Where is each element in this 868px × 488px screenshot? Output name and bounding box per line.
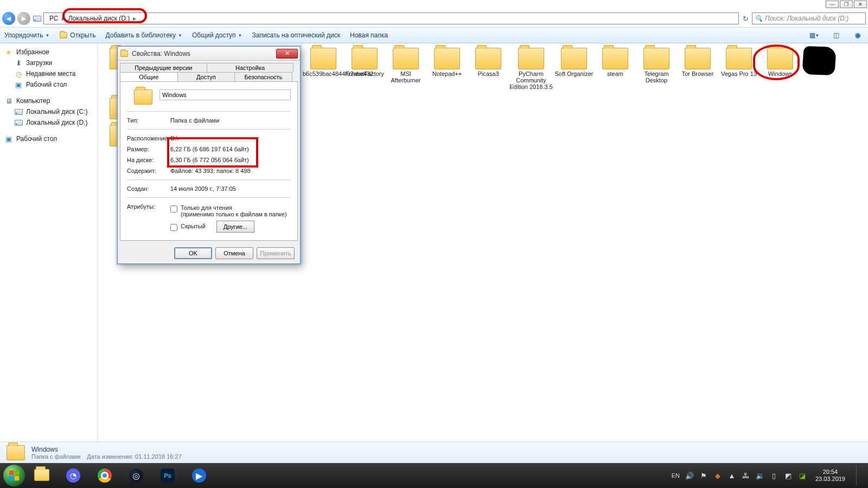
- prop-location: Расположение:D:\: [127, 133, 291, 144]
- tray-flag-icon[interactable]: ⚑: [699, 471, 708, 480]
- other-attributes-button[interactable]: Другие...: [216, 221, 254, 233]
- explorer-icon: [34, 469, 49, 481]
- folder-item[interactable]: steam: [595, 48, 636, 77]
- breadcrumb-root[interactable]: PC: [46, 15, 62, 22]
- svg-rect-2: [9, 476, 14, 480]
- toolbar-add-library[interactable]: Добавить в библиотеку▼: [105, 31, 182, 39]
- folder-windows[interactable]: Windows: [760, 48, 801, 77]
- tab-access[interactable]: Доступ: [177, 72, 235, 81]
- nav-forward-button[interactable]: ►: [17, 12, 30, 25]
- tab-general-body: Тип:Папка с файлами Расположение:D:\ Раз…: [120, 81, 298, 241]
- folder-icon: [120, 49, 129, 58]
- tab-security[interactable]: Безопасность: [234, 72, 292, 81]
- tree-drive-d[interactable]: Локальный диск (D:): [0, 117, 97, 128]
- window-close-button[interactable]: ✕: [854, 1, 867, 8]
- taskbar-photoshop[interactable]: Ps: [153, 465, 182, 486]
- refresh-icon[interactable]: ↻: [741, 14, 750, 23]
- minimize-button[interactable]: —: [826, 1, 839, 8]
- folder-item[interactable]: Telegram Desktop: [636, 48, 677, 84]
- folder-icon: [643, 48, 669, 69]
- tray-lang[interactable]: EN: [672, 472, 680, 479]
- start-button[interactable]: [3, 465, 25, 486]
- tray-chevron-up-icon[interactable]: ▲: [727, 471, 736, 480]
- search-input[interactable]: 🔍 Поиск: Локальный диск (D:): [752, 12, 866, 24]
- cancel-button[interactable]: Отмена: [215, 247, 253, 259]
- apply-button[interactable]: Применить: [257, 247, 295, 259]
- tray-app-icon[interactable]: ◩: [784, 471, 793, 480]
- folder-icon: [685, 48, 711, 69]
- toolbar-organize[interactable]: Упорядочить▼: [4, 31, 49, 39]
- folder-item[interactable]: Vegas Pro 13: [718, 48, 760, 77]
- explorer-window: — ❐ ✕ ◄ ► PC ▸ Локальный диск (D:) ▸ ↻ 🔍…: [0, 0, 868, 488]
- folder-item[interactable]: Notepad++: [426, 48, 468, 77]
- folder-item[interactable]: b6c539bac4844f97abe432: [303, 48, 344, 77]
- folder-name-input[interactable]: [159, 89, 291, 100]
- explorer-toolbar: Упорядочить▼ Открыть Добавить в библиоте…: [0, 27, 868, 43]
- tab-customize[interactable]: Настройка: [207, 63, 294, 72]
- nav-back-button[interactable]: ◄: [2, 12, 15, 25]
- prop-contains: Содержит:Файлов: 43 393; папок: 8 498: [127, 165, 291, 176]
- folder-item[interactable]: Soft Organizer: [553, 48, 595, 77]
- dialog-close-button[interactable]: ✕: [276, 49, 298, 59]
- tree-desktop[interactable]: ▣Рабочий стол: [0, 79, 97, 90]
- tree-downloads[interactable]: ⬇Загрузки: [0, 57, 97, 68]
- hidden-checkbox[interactable]: Скрытый: [170, 222, 206, 232]
- breadcrumb-drive[interactable]: Локальный диск (D:): [65, 15, 133, 22]
- tray-security-icon[interactable]: ◆: [713, 471, 722, 480]
- svg-rect-1: [15, 471, 19, 475]
- tab-previous-versions[interactable]: Предыдущие версии: [120, 63, 207, 72]
- windows-logo-icon: [8, 470, 20, 481]
- folder-icon: [602, 48, 628, 69]
- chevron-right-icon: ▸: [133, 15, 136, 22]
- folder-item[interactable]: PyCharm Community Edition 2018.3.5: [509, 48, 553, 90]
- folder-icon: [475, 48, 501, 69]
- help-button[interactable]: ◉: [852, 29, 864, 41]
- tab-general[interactable]: Общие: [120, 72, 178, 81]
- taskbar-chrome[interactable]: [90, 465, 119, 486]
- maximize-button[interactable]: ❐: [840, 1, 853, 8]
- folder-item[interactable]: MSI Afterburner: [385, 48, 426, 84]
- prop-size: Размер:6,22 ГБ (6 686 197 614 байт): [127, 144, 291, 155]
- folder-icon: [767, 48, 793, 69]
- drive-icon: [14, 107, 23, 116]
- tray-clock[interactable]: 20:54 23.03.2019: [812, 468, 848, 482]
- desktop-icon: ▣: [14, 80, 23, 89]
- taskbar-explorer[interactable]: [27, 465, 56, 486]
- prop-attributes: Атрибуты: Только для чтения(применимо то…: [127, 201, 291, 235]
- tray-volume-icon[interactable]: 🔊: [685, 471, 694, 480]
- folder-open-icon: [59, 31, 68, 40]
- drive-icon: [14, 118, 23, 127]
- taskbar-media[interactable]: ▶: [184, 465, 214, 486]
- taskbar-steam[interactable]: ◎: [122, 465, 151, 486]
- tray-network-icon[interactable]: 🖧: [742, 471, 750, 480]
- folder-item[interactable]: Tor Browser: [677, 48, 718, 77]
- view-options-button[interactable]: ▦▼: [808, 29, 820, 41]
- tree-drive-c[interactable]: Локальный диск (C:): [0, 106, 97, 117]
- svg-rect-0: [9, 471, 14, 475]
- folder-icon: [310, 48, 336, 69]
- dialog-tabs: Предыдущие версии Настройка Общие Доступ…: [118, 61, 300, 81]
- tray-nvidia-icon[interactable]: ◪: [798, 471, 807, 480]
- show-desktop-button[interactable]: [856, 465, 863, 486]
- preview-pane-button[interactable]: ◫: [830, 29, 842, 41]
- toolbar-new-folder[interactable]: Новая папка: [350, 31, 388, 39]
- address-bar[interactable]: PC ▸ Локальный диск (D:) ▸: [43, 12, 739, 24]
- ok-button[interactable]: OK: [174, 247, 212, 259]
- folder-item[interactable]: FormatFactory: [344, 48, 385, 77]
- tree-computer[interactable]: 🖥Компьютер: [0, 95, 97, 106]
- toolbar-share[interactable]: Общий доступ▼: [192, 31, 242, 39]
- toolbar-open[interactable]: Открыть: [59, 31, 95, 40]
- chevron-down-icon: ▼: [178, 33, 182, 38]
- toolbar-burn[interactable]: Записать на оптический диск: [252, 31, 340, 39]
- tray-speaker-icon[interactable]: 🔉: [756, 471, 764, 480]
- tree-favorites[interactable]: ★Избранное: [0, 47, 97, 57]
- taskbar-discord[interactable]: ◔: [59, 465, 88, 486]
- steam-icon: ◎: [129, 468, 143, 483]
- dialog-titlebar[interactable]: Свойства: Windows ✕: [118, 47, 300, 61]
- folder-icon: [561, 48, 587, 69]
- tray-battery-icon[interactable]: ▯: [770, 471, 778, 480]
- tree-desktop2[interactable]: ▣Рабочий стол: [0, 133, 97, 144]
- readonly-checkbox[interactable]: Только для чтения(применимо только к фай…: [170, 203, 291, 219]
- folder-item[interactable]: Picasa3: [468, 48, 509, 77]
- tree-recent[interactable]: ◷Недавние места: [0, 68, 97, 79]
